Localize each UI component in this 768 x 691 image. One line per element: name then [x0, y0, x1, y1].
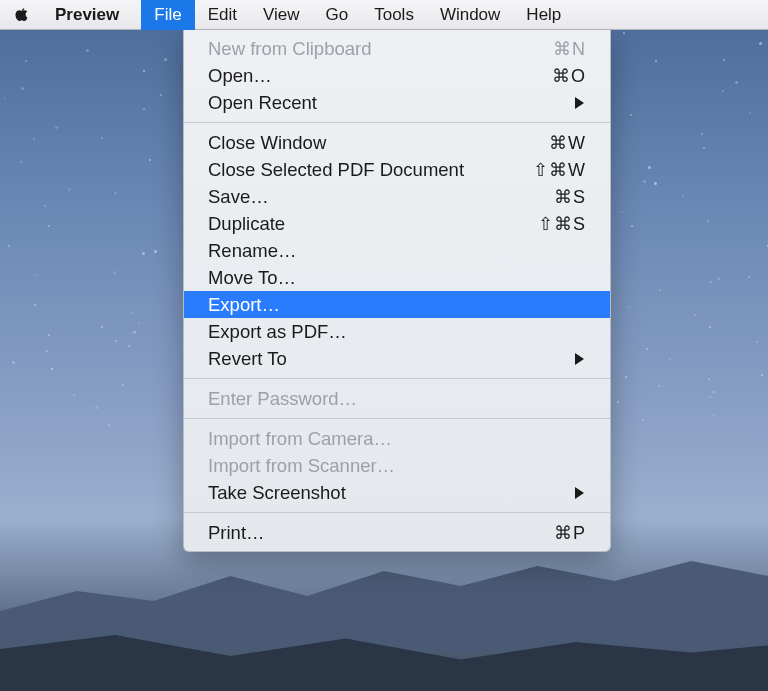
menu-item-import-from-camera: Import from Camera…	[184, 425, 610, 452]
menu-item-rename[interactable]: Rename…	[184, 237, 610, 264]
menubar: Preview FileEditViewGoToolsWindowHelp	[0, 0, 768, 30]
menu-item-label: Open Recent	[208, 92, 575, 114]
menu-item-shortcut: ⌘W	[549, 132, 586, 154]
menu-item-label: Import from Camera…	[208, 428, 586, 450]
menu-item-shortcut: ⌘O	[552, 65, 586, 87]
menubar-app-name[interactable]: Preview	[51, 5, 123, 25]
menubar-item-tools[interactable]: Tools	[361, 0, 427, 30]
menu-item-take-screenshot[interactable]: Take Screenshot	[184, 479, 610, 506]
menubar-item-window[interactable]: Window	[427, 0, 513, 30]
menu-item-label: New from Clipboard	[208, 38, 553, 60]
apple-menu-icon[interactable]	[14, 6, 31, 23]
menu-item-revert-to[interactable]: Revert To	[184, 345, 610, 372]
menu-item-export-as-pdf[interactable]: Export as PDF…	[184, 318, 610, 345]
submenu-arrow-icon	[575, 97, 584, 109]
menu-item-label: Close Selected PDF Document	[208, 159, 533, 181]
menubar-item-go[interactable]: Go	[313, 0, 362, 30]
menu-item-label: Export…	[208, 294, 586, 316]
menu-item-export[interactable]: Export…	[184, 291, 610, 318]
menu-item-enter-password: Enter Password…	[184, 385, 610, 412]
menu-item-label: Export as PDF…	[208, 321, 586, 343]
menu-item-save[interactable]: Save…⌘S	[184, 183, 610, 210]
menu-item-label: Rename…	[208, 240, 586, 262]
submenu-arrow-icon	[575, 487, 584, 499]
menubar-item-file[interactable]: File	[141, 0, 194, 30]
menu-item-import-from-scanner: Import from Scanner…	[184, 452, 610, 479]
menu-item-label: Print…	[208, 522, 554, 544]
menu-item-close-window[interactable]: Close Window⌘W	[184, 129, 610, 156]
menu-item-duplicate[interactable]: Duplicate⇧⌘S	[184, 210, 610, 237]
menubar-item-edit[interactable]: Edit	[195, 0, 250, 30]
menu-item-open-recent[interactable]: Open Recent	[184, 89, 610, 116]
file-menu-dropdown: New from Clipboard⌘NOpen…⌘OOpen RecentCl…	[183, 30, 611, 552]
menu-item-shortcut: ⇧⌘W	[533, 159, 586, 181]
submenu-arrow-icon	[575, 353, 584, 365]
menu-separator	[184, 378, 610, 379]
menu-item-shortcut: ⇧⌘S	[538, 213, 586, 235]
menu-separator	[184, 418, 610, 419]
menu-item-move-to[interactable]: Move To…	[184, 264, 610, 291]
menu-item-label: Move To…	[208, 267, 586, 289]
menubar-item-view[interactable]: View	[250, 0, 313, 30]
menu-item-new-from-clipboard: New from Clipboard⌘N	[184, 35, 610, 62]
menu-item-label: Save…	[208, 186, 554, 208]
menu-item-shortcut: ⌘S	[554, 186, 586, 208]
menu-item-shortcut: ⌘P	[554, 522, 586, 544]
menu-item-label: Close Window	[208, 132, 549, 154]
menu-item-label: Enter Password…	[208, 388, 586, 410]
menu-item-close-selected-pdf-document[interactable]: Close Selected PDF Document⇧⌘W	[184, 156, 610, 183]
menu-separator	[184, 122, 610, 123]
menu-item-label: Duplicate	[208, 213, 538, 235]
menubar-item-help[interactable]: Help	[513, 0, 574, 30]
menu-item-open[interactable]: Open…⌘O	[184, 62, 610, 89]
menu-item-print[interactable]: Print…⌘P	[184, 519, 610, 546]
menu-item-label: Import from Scanner…	[208, 455, 586, 477]
menu-item-label: Open…	[208, 65, 552, 87]
menu-separator	[184, 512, 610, 513]
menu-item-label: Revert To	[208, 348, 575, 370]
menu-item-label: Take Screenshot	[208, 482, 575, 504]
menu-item-shortcut: ⌘N	[553, 38, 586, 60]
